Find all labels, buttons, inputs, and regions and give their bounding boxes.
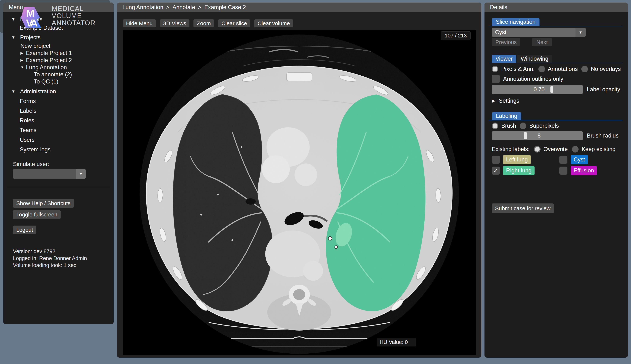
annotation-outlines-checkbox-row[interactable]: Annotation outlines only (492, 75, 622, 83)
label-badge-effusion[interactable]: Effusion (571, 166, 597, 175)
radio-icon[interactable] (534, 146, 540, 152)
breadcrumb-case: Example Case 2 (204, 4, 246, 10)
tool-radios: Brush Superpixels (492, 122, 622, 129)
radio-pixels-and-annotations[interactable]: Pixels & Ann. (492, 66, 535, 72)
tree-item-teams[interactable]: Teams (3, 126, 114, 134)
checkbox-icon[interactable] (492, 75, 500, 83)
hide-menu-button[interactable]: Hide Menu (123, 19, 156, 28)
radio-icon[interactable] (572, 146, 578, 152)
clear-slice-button[interactable]: Clear slice (218, 19, 250, 28)
overlay-mode-radios: Pixels & Ann. Annotations No overlays (492, 66, 622, 72)
slice-counter: 107 / 213 (441, 32, 470, 40)
breadcrumb-separator: > (166, 4, 170, 10)
radio-no-overlays[interactable]: No overlays (581, 66, 621, 72)
tab-windowing[interactable]: Windowing (517, 55, 552, 63)
collapse-arrow-icon[interactable]: ▼ (20, 64, 26, 71)
simulate-user-select[interactable]: ▼ (13, 169, 86, 178)
tree-item-labels[interactable]: Labels (3, 107, 114, 114)
tree-item-new-project[interactable]: New project (3, 42, 114, 50)
clear-volume-button[interactable]: Clear volume (254, 19, 293, 28)
tree-item-users[interactable]: Users (3, 136, 114, 143)
breadcrumb-project[interactable]: Lung Annotation (122, 4, 163, 10)
label-badge-right-lung[interactable]: Right lung (503, 166, 534, 175)
previous-button[interactable]: Previous (492, 38, 520, 46)
version-text: Version: dev 8792 (13, 248, 114, 255)
tree-item-to-qc[interactable]: To QC (1) (3, 78, 114, 85)
collapse-arrow-icon[interactable]: ▼ (11, 34, 20, 41)
logout-button[interactable]: Logout (13, 226, 36, 234)
radio-icon[interactable] (520, 122, 526, 129)
tab-viewer[interactable]: Viewer (492, 55, 516, 63)
status-block: Version: dev 8792 Logged in: Rene Donner… (13, 248, 114, 269)
slider-thumb[interactable] (550, 86, 553, 93)
details-panel: Details Slice navigation Cyst ▼ Previous… (484, 2, 628, 358)
label-checkbox-right-lung[interactable]: ✓ (492, 166, 500, 174)
expand-arrow-icon[interactable]: ▶ (20, 56, 26, 64)
structure-select[interactable]: Cyst ▼ (492, 28, 586, 37)
slice-navigation-header: Slice navigation (492, 18, 540, 26)
simulate-user-label: Simulate user: (3, 160, 114, 168)
next-button[interactable]: Next (532, 38, 552, 46)
radio-icon[interactable] (492, 122, 498, 129)
tree-item-system-logs[interactable]: System logs (3, 146, 114, 153)
radio-superpixels[interactable]: Superpixels (520, 122, 559, 129)
tree-item-to-annotate[interactable]: To annotate (2) (3, 71, 114, 78)
label-badge-cyst[interactable]: Cyst (571, 155, 588, 164)
viewer-panel: Lung Annotation > Annotate > Example Cas… (117, 2, 482, 358)
breadcrumb: Lung Annotation > Annotate > Example Cas… (117, 2, 482, 12)
toggle-fullscreen-button[interactable]: Toggle fullscreen (13, 210, 61, 219)
brush-radius-label: Brush radius (587, 132, 618, 139)
radio-icon[interactable] (538, 66, 545, 72)
submit-case-button[interactable]: Submit case for review (492, 204, 554, 213)
slider-thumb[interactable] (524, 132, 527, 139)
tree-item-example-project-2[interactable]: ▶Example Project 2 (3, 56, 114, 64)
tree-item-roles[interactable]: Roles (3, 117, 114, 124)
radio-keep-existing[interactable]: Keep existing (572, 146, 616, 152)
volume-loading-text: Volume loading took: 1 sec (13, 262, 114, 269)
label-opacity-label: Label opacity (587, 86, 620, 93)
structure-select-value: Cyst (495, 29, 506, 36)
radio-icon[interactable] (492, 66, 498, 72)
tree-item-lung-annotation[interactable]: ▼Lung Annotation (3, 64, 114, 71)
label-checkbox-effusion[interactable] (560, 166, 568, 174)
zoom-button[interactable]: Zoom (194, 19, 214, 28)
settings-expander[interactable]: ▶ Settings (492, 98, 622, 104)
radio-overwrite[interactable]: Overwrite (534, 146, 568, 152)
details-panel-header: Details (484, 2, 628, 12)
tree-item-forms[interactable]: Forms (3, 98, 114, 105)
collapse-arrow-icon[interactable]: ▼ (11, 88, 20, 95)
viewer-tabs: Viewer Windowing (489, 55, 622, 63)
ct-slice-canvas[interactable]: 107 / 213 HU Value: 0 (123, 30, 476, 355)
divider (489, 120, 622, 120)
3d-views-button[interactable]: 3D Views (160, 19, 190, 28)
label-badge-left-lung[interactable]: Left lung (503, 155, 531, 164)
expand-arrow-icon[interactable]: ▶ (492, 98, 495, 103)
radio-annotations[interactable]: Annotations (538, 66, 578, 72)
show-help-button[interactable]: Show Help / Shortcuts (13, 199, 74, 208)
brush-radius-slider[interactable]: 8 (492, 131, 583, 140)
label-checkbox-cyst[interactable] (560, 156, 568, 164)
label-checkbox-left-lung[interactable] (492, 156, 500, 164)
label-opacity-slider[interactable]: 0.70 (492, 85, 583, 94)
radio-icon[interactable] (581, 66, 588, 72)
expand-arrow-icon[interactable]: ▶ (20, 50, 26, 56)
tree-item-projects[interactable]: ▼Projects (3, 34, 114, 41)
tree-item-administration[interactable]: ▼Administration (3, 88, 114, 95)
divider (7, 187, 110, 187)
existing-labels-radios: Existing labels: Overwrite Keep existing (492, 146, 622, 152)
label-opacity-value: 0.70 (534, 85, 544, 94)
breadcrumb-stage[interactable]: Annotate (172, 4, 195, 10)
app-title: MEDICAL VOLUME ANNOTATOR (52, 5, 96, 26)
radio-brush[interactable]: Brush (492, 122, 516, 129)
menu-panel: Menu ▼Datasets Example Dataset ▼Projects… (3, 2, 114, 324)
chevron-down-icon[interactable]: ▼ (576, 28, 586, 37)
viewer-toolbar: Hide Menu 3D Views Zoom Clear slice Clea… (123, 19, 293, 28)
app-window: Menu ▼Datasets Example Dataset ▼Projects… (0, 0, 631, 364)
breadcrumb-separator: > (198, 4, 201, 10)
brush-radius-value: 8 (538, 131, 540, 140)
chevron-down-icon[interactable]: ▼ (76, 169, 86, 178)
mva-logo-icon: M VA (18, 4, 42, 29)
ct-slice-image (123, 30, 476, 355)
tree-item-example-project-1[interactable]: ▶Example Project 1 (3, 50, 114, 56)
hu-value-readout: HU Value: 0 (377, 338, 416, 346)
